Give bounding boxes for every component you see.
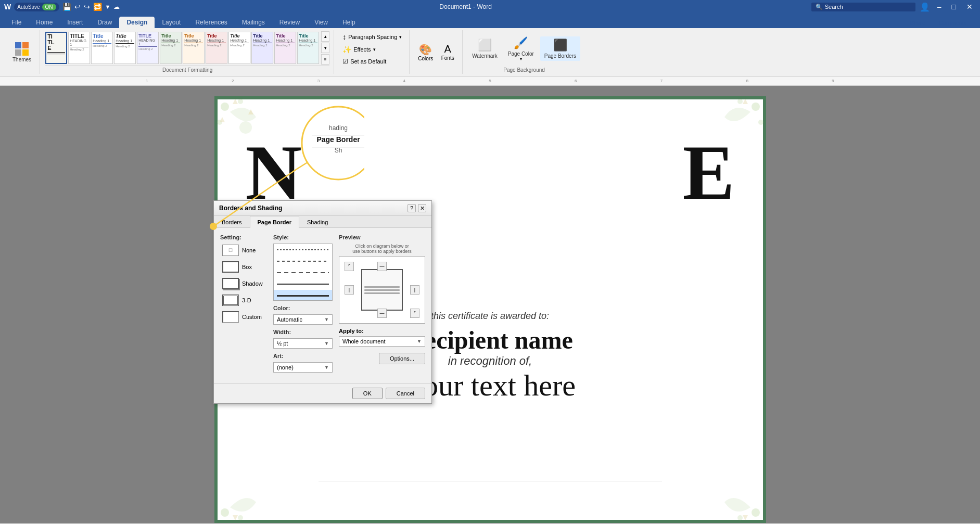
- color-select[interactable]: Automatic ▼: [273, 314, 333, 325]
- word-icon: W: [4, 3, 11, 11]
- style-item-0[interactable]: [274, 244, 332, 255]
- style-item-2[interactable]: [274, 267, 332, 278]
- share-button[interactable]: Share: [905, 18, 930, 28]
- theme-thumb-5[interactable]: Title Heading 1 Heading 2: [160, 32, 182, 64]
- tab-home[interactable]: Home: [29, 17, 60, 28]
- comments-button[interactable]: Comments: [934, 18, 972, 28]
- format-more[interactable]: ≡: [321, 54, 329, 65]
- fonts-label: Fonts: [441, 55, 454, 61]
- style-item-4[interactable]: [274, 290, 332, 301]
- watermark-button[interactable]: ⬜ Watermark: [468, 36, 502, 61]
- tab-references[interactable]: References: [188, 17, 234, 28]
- paragraph-spacing-button[interactable]: ↕ Paragraph Spacing ▾: [339, 31, 405, 43]
- theme-thumb-8[interactable]: Title Heading 1 Heading 2: [228, 32, 250, 64]
- theme-thumb-4[interactable]: TITLE HEADING 1 Heading 2: [137, 32, 159, 64]
- themes-content: Themes: [8, 31, 35, 73]
- restore-button[interactable]: □: [949, 2, 959, 12]
- setting-3d[interactable]: 3-D: [220, 293, 267, 307]
- effects-button[interactable]: ✨ Effects ▾: [339, 44, 378, 55]
- tab-help[interactable]: Help: [335, 17, 363, 28]
- format-scroll-down[interactable]: ▼: [321, 43, 329, 53]
- close-button[interactable]: ✕: [963, 2, 976, 12]
- setting-custom[interactable]: Custom: [220, 310, 267, 324]
- tab-draw[interactable]: Draw: [90, 17, 119, 28]
- setting-label: Setting:: [220, 234, 267, 240]
- theme-thumb-0[interactable]: TITLE: [45, 32, 67, 64]
- preview-border-top[interactable]: —: [377, 262, 387, 271]
- apply-to-select[interactable]: Whole document ▼: [339, 336, 425, 347]
- undo-icon[interactable]: ↩: [74, 3, 81, 11]
- format-scroll-up[interactable]: ▲: [321, 31, 329, 42]
- page-color-label: Page Color: [508, 51, 534, 57]
- style-item-1[interactable]: [274, 255, 332, 267]
- theme-thumb-10[interactable]: Title Heading 1 Heading 2: [274, 32, 296, 64]
- preview-border-bottom[interactable]: —: [377, 309, 387, 318]
- colors-button[interactable]: 🎨 Colors: [415, 41, 436, 63]
- cloud-icon: ☁: [113, 3, 120, 10]
- theme-thumb-1[interactable]: TITLE HEADING 1 Heading 2: [68, 32, 90, 64]
- ok-button[interactable]: OK: [352, 388, 383, 399]
- tab-insert[interactable]: Insert: [60, 17, 90, 28]
- art-select[interactable]: (none) ▼: [273, 362, 333, 373]
- document-formatting-group: TITLE TITLE HEADING 1 Heading 2 Title: [41, 30, 334, 74]
- preview-border-left[interactable]: |: [345, 285, 354, 295]
- dialog-tab-shading[interactable]: Shading: [299, 216, 336, 228]
- customize-icon[interactable]: ▼: [105, 4, 111, 10]
- art-label: Art:: [273, 353, 333, 359]
- width-value: ½ pt: [277, 340, 288, 347]
- user-avatar[interactable]: 👤: [920, 2, 930, 12]
- setting-none[interactable]: ☐ None: [220, 244, 267, 257]
- width-select[interactable]: ½ pt ▼: [273, 338, 333, 349]
- style-item-3[interactable]: [274, 278, 332, 290]
- theme-thumb-11[interactable]: Title Heading 1 Heading 2: [297, 32, 319, 64]
- theme-thumb-7[interactable]: Title Heading 1 Heading 2: [206, 32, 227, 64]
- theme-thumb-2[interactable]: Title Heading 1 Heading 2: [91, 32, 113, 64]
- fonts-button[interactable]: A Fonts: [437, 41, 458, 63]
- tab-design[interactable]: Design: [119, 17, 155, 28]
- effects-icon: ✨: [342, 45, 351, 54]
- borders-shading-dialog[interactable]: Borders and Shading ? ✕ Borders Page Bor…: [213, 200, 432, 404]
- save-icon[interactable]: 💾: [62, 3, 71, 11]
- theme-thumb-9[interactable]: Title Heading 1 Heading 2: [251, 32, 273, 64]
- page-borders-button[interactable]: ⬛ Page Borders: [540, 36, 580, 61]
- document-area: N E this certificate is awarded to: Reci…: [0, 86, 980, 523]
- cancel-button[interactable]: Cancel: [386, 388, 425, 399]
- theme-thumb-3[interactable]: Title Heading 1 Heading 2: [114, 32, 136, 64]
- set-as-default-button[interactable]: ☑ Set as Default: [339, 56, 389, 67]
- repeat-icon[interactable]: 🔁: [93, 3, 102, 11]
- options-button[interactable]: Options...: [379, 353, 425, 364]
- autosave-toggle[interactable]: AutoSave ON: [14, 3, 59, 11]
- tab-file[interactable]: File: [4, 17, 29, 28]
- width-label: Width:: [273, 329, 333, 335]
- tab-review[interactable]: Review: [272, 17, 307, 28]
- preview-border-right[interactable]: |: [410, 285, 419, 295]
- style-list[interactable]: [273, 244, 333, 301]
- tab-layout[interactable]: Layout: [155, 17, 188, 28]
- search-bar[interactable]: 🔍 Search: [811, 3, 915, 11]
- dialog-tab-page-border[interactable]: Page Border: [250, 216, 299, 228]
- paragraph-spacing-icon: ↕: [342, 33, 346, 41]
- setting-box[interactable]: Box: [220, 260, 267, 274]
- page-color-button[interactable]: 🖌️ Page Color ▾: [504, 34, 538, 63]
- dialog-close-button[interactable]: ✕: [418, 204, 426, 212]
- redo-icon[interactable]: ↪: [84, 3, 90, 11]
- preview-inner: [361, 269, 403, 311]
- svg-point-8: [737, 99, 743, 104]
- svg-point-15: [737, 515, 743, 520]
- tab-view[interactable]: View: [307, 17, 335, 28]
- svg-marker-10: [743, 99, 748, 104]
- autosave-state[interactable]: ON: [42, 4, 56, 10]
- page-borders-label: Page Borders: [544, 53, 576, 59]
- title-bar-right: 🔍 Search 👤 – □ ✕: [811, 2, 976, 12]
- minimize-button[interactable]: –: [934, 2, 945, 12]
- tab-mailings[interactable]: Mailings: [235, 17, 272, 28]
- dialog-help-button[interactable]: ?: [408, 204, 416, 212]
- theme-thumb-6[interactable]: Title Heading 1 Heading 2: [183, 32, 205, 64]
- preview-corner-tl[interactable]: ⌜: [345, 262, 354, 271]
- cert-bottom-line: [319, 481, 662, 481]
- dialog-tab-borders[interactable]: Borders: [214, 216, 250, 228]
- setting-shadow[interactable]: Shadow: [220, 277, 267, 290]
- themes-button[interactable]: Themes: [8, 40, 35, 65]
- preview-corner-br[interactable]: ⌟: [410, 309, 419, 318]
- svg-point-12: [238, 515, 243, 520]
